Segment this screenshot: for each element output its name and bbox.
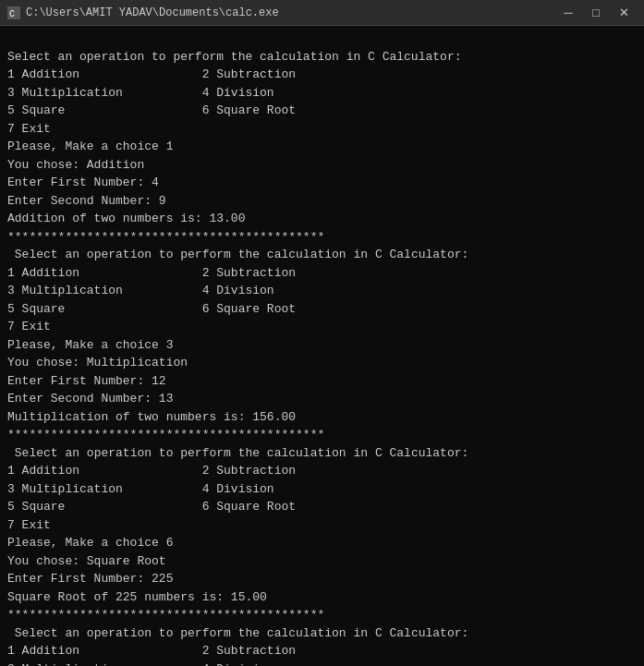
console-line: 7 Exit (7, 516, 637, 535)
console-line: You chose: Square Root (7, 552, 637, 571)
console-line: 5 Square 6 Square Root (7, 498, 637, 516)
console-line: 1 Addition 2 Subtraction (7, 462, 637, 480)
console-line: 3 Multiplication 4 Division (7, 282, 637, 300)
console-line: 1 Addition 2 Subtraction (7, 642, 637, 660)
console-line: 7 Exit (7, 318, 637, 336)
console-line: Square Root of 225 numbers is: 15.00 (7, 588, 637, 607)
console-line: Addition of two numbers is: 13.00 (7, 210, 637, 228)
console-line: Enter First Number: 4 (7, 174, 637, 192)
console-line: 5 Square 6 Square Root (7, 300, 637, 319)
console-line: ****************************************… (7, 426, 637, 444)
console-line: Enter First Number: 12 (7, 372, 637, 391)
console-line: Select an operation to perform the calcu… (7, 48, 637, 67)
console-line: Please, Make a choice 6 (7, 534, 637, 552)
console-line: You chose: Multiplication (7, 354, 637, 372)
console-line: 5 Square 6 Square Root (7, 102, 637, 120)
console-line: 3 Multiplication 4 Division (7, 480, 637, 499)
console-line: 1 Addition 2 Subtraction (7, 264, 637, 283)
console-line: ****************************************… (7, 228, 637, 247)
titlebar-left: C C:\Users\AMIT YADAV\Documents\calc.exe (7, 6, 279, 19)
console-line: ****************************************… (7, 606, 637, 624)
console-line: Select an operation to perform the calcu… (7, 246, 637, 264)
console-line: Multiplication of two numbers is: 156.00 (7, 408, 637, 427)
window-title: C:\Users\AMIT YADAV\Documents\calc.exe (26, 6, 279, 19)
svg-text:C: C (9, 9, 15, 19)
maximize-button[interactable]: □ (583, 4, 609, 22)
console-line: Select an operation to perform the calcu… (7, 624, 637, 643)
app-icon: C (7, 6, 20, 19)
console-line: 3 Multiplication 4 Division (7, 660, 637, 667)
console-line: Enter Second Number: 9 (7, 192, 637, 211)
window-controls: ─ □ ✕ (555, 4, 637, 22)
console-output: Select an operation to perform the calcu… (0, 26, 644, 666)
console-line: 3 Multiplication 4 Division (7, 84, 637, 103)
console-line: 1 Addition 2 Subtraction (7, 66, 637, 84)
minimize-button[interactable]: ─ (555, 4, 581, 22)
titlebar: C C:\Users\AMIT YADAV\Documents\calc.exe… (0, 0, 644, 26)
console-line: Enter First Number: 225 (7, 570, 637, 588)
console-line: Enter Second Number: 13 (7, 390, 637, 408)
close-button[interactable]: ✕ (611, 4, 637, 22)
console-line: Please, Make a choice 3 (7, 336, 637, 355)
console-line: Select an operation to perform the calcu… (7, 444, 637, 463)
console-line: 7 Exit (7, 120, 637, 139)
console-line: Please, Make a choice 1 (7, 138, 637, 156)
console-line: You chose: Addition (7, 156, 637, 175)
